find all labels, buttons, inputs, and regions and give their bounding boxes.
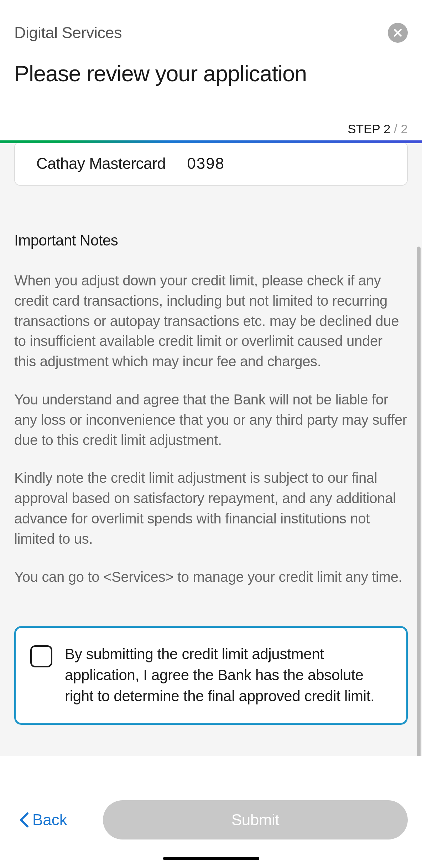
notes-paragraph-2: You understand and agree that the Bank w… [14, 389, 408, 450]
agreement-box: By submitting the credit limit adjustmen… [14, 626, 408, 724]
back-button[interactable]: Back [14, 811, 67, 829]
content-area: Cathay Mastercard 0398 Important Notes W… [0, 143, 422, 756]
scrollbar[interactable] [417, 247, 421, 756]
progress-bar [0, 140, 422, 143]
step-total: 2 [401, 122, 408, 136]
back-label: Back [32, 811, 67, 829]
notes-paragraph-1: When you adjust down your credit limit, … [14, 270, 408, 372]
notes-heading: Important Notes [14, 232, 408, 249]
step-current: 2 [384, 122, 390, 136]
home-indicator [163, 857, 259, 860]
header: Digital Services Please review your appl… [0, 0, 422, 122]
chevron-left-icon [20, 812, 29, 828]
step-separator: / [390, 122, 401, 136]
card-info-box: Cathay Mastercard 0398 [14, 143, 408, 186]
notes-paragraph-3: Kindly note the credit limit adjustment … [14, 468, 408, 549]
agreement-text: By submitting the credit limit adjustmen… [65, 644, 392, 707]
agreement-checkbox[interactable] [30, 645, 52, 667]
service-label: Digital Services [14, 24, 122, 42]
step-indicator: STEP 2 / 2 [0, 122, 422, 136]
card-name: Cathay Mastercard [36, 155, 166, 172]
close-icon [392, 27, 403, 38]
submit-button[interactable]: Submit [103, 800, 408, 839]
card-last-digits: 0398 [187, 155, 225, 172]
page-title: Please review your application [14, 61, 408, 86]
header-top-row: Digital Services [14, 23, 408, 43]
notes-paragraph-4: You can go to <Services> to manage your … [14, 567, 408, 587]
step-label: STEP [348, 122, 380, 136]
important-notes-section: Important Notes When you adjust down you… [14, 232, 408, 587]
footer: Back Submit [0, 779, 422, 868]
close-button[interactable] [388, 23, 408, 43]
